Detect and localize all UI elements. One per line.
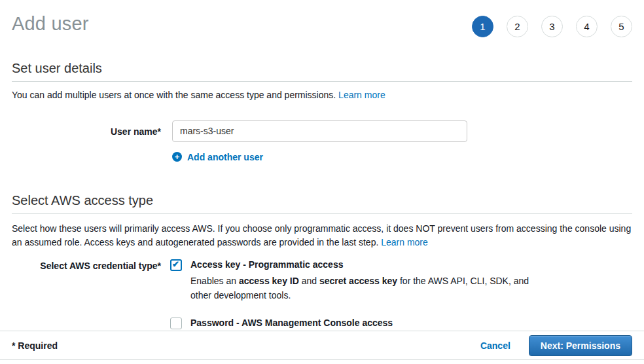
access-key-option-description: Enables an access key ID and secret acce… (190, 274, 544, 302)
page-title: Add user (12, 13, 89, 35)
cancel-button[interactable]: Cancel (480, 340, 510, 351)
access-key-option: Access key - Programmatic access Enables… (170, 259, 544, 302)
section-divider (12, 213, 632, 214)
section-heading-user-details: Set user details (12, 61, 632, 76)
wizard-footer: * Required Cancel Next: Permissions (0, 331, 644, 360)
access-type-intro: Select how these users will primarily ac… (12, 222, 632, 250)
step-4-indicator[interactable]: 4 (576, 16, 598, 37)
section-heading-access-type: Select AWS access type (12, 193, 632, 208)
learn-more-link-access-type[interactable]: Learn more (381, 237, 428, 247)
select-access-type-section: Select AWS access type Select how these … (12, 193, 632, 347)
user-details-intro: You can add multiple users at once with … (12, 88, 632, 103)
access-type-intro-text: Select how these users will primarily ac… (12, 223, 631, 248)
next-permissions-button[interactable]: Next: Permissions (529, 335, 632, 356)
required-note: * Required (12, 340, 58, 351)
access-key-checkbox[interactable] (170, 259, 182, 271)
add-another-user-label: Add another user (187, 152, 263, 162)
add-another-user-button[interactable]: + Add another user (172, 152, 263, 162)
username-input[interactable] (172, 120, 467, 142)
plus-circle-icon: + (172, 152, 182, 162)
set-user-details-section: Set user details You can add multiple us… (12, 61, 632, 162)
username-row: User name* (12, 120, 632, 142)
wizard-step-indicator: 1 2 3 4 5 (472, 16, 632, 37)
add-user-wizard-page: Add user 1 2 3 4 5 Set user details You … (0, 0, 644, 364)
step-1-indicator[interactable]: 1 (472, 16, 493, 37)
user-details-intro-text: You can add multiple users at once with … (12, 90, 338, 100)
step-2-indicator[interactable]: 2 (507, 16, 528, 37)
add-another-user-row: + Add another user (172, 152, 632, 162)
credential-type-label: Select AWS credential type* (40, 261, 161, 271)
password-option-title[interactable]: Password - AWS Management Console access (190, 317, 530, 328)
wizard-header: Add user 1 2 3 4 5 (12, 0, 632, 37)
learn-more-link-user-details[interactable]: Learn more (338, 90, 385, 100)
step-5-indicator[interactable]: 5 (611, 16, 632, 37)
access-key-option-title[interactable]: Access key - Programmatic access (190, 259, 544, 270)
section-divider (12, 81, 632, 82)
password-checkbox[interactable] (170, 318, 182, 329)
step-3-indicator[interactable]: 3 (541, 16, 563, 37)
username-label: User name* (111, 126, 161, 137)
